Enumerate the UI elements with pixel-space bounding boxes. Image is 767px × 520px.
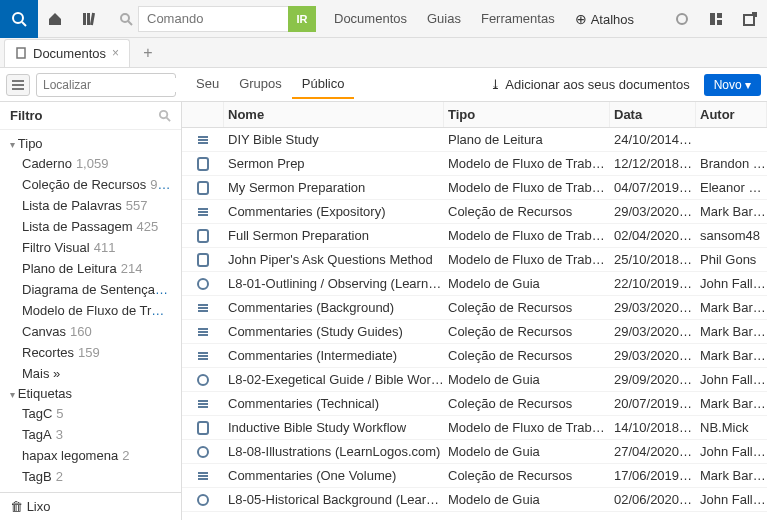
nav-atalhos[interactable]: ⊕Atalhos <box>565 11 644 27</box>
trash-button[interactable]: 🗑 Lixo <box>0 492 181 520</box>
table-row[interactable]: Inductive Bible Study WorkflowModelo de … <box>182 416 767 440</box>
row-icon <box>182 469 224 483</box>
filter-item[interactable]: Plano de Leitura214 <box>0 258 181 279</box>
cell-name: My Sermon Preparation <box>224 180 444 195</box>
row-icon <box>182 301 224 315</box>
table-header: Nome Tipo Data Autor <box>182 102 767 128</box>
scope-publico[interactable]: Público <box>292 70 355 99</box>
table-row[interactable]: L8-08-Illustrations (LearnLogos.com)Mode… <box>182 440 767 464</box>
filter-item[interactable]: Filtro Visual411 <box>0 237 181 258</box>
cell-date: 02/04/2020… <box>610 228 696 243</box>
close-icon[interactable]: × <box>112 46 119 60</box>
layout-icon[interactable] <box>699 0 733 38</box>
filter-item[interactable]: TagA3 <box>0 424 181 445</box>
tab-label: Documentos <box>33 46 106 61</box>
add-tab-button[interactable]: + <box>138 44 158 62</box>
table-row[interactable]: Full Sermon PreparationModelo de Fluxo d… <box>182 224 767 248</box>
app-logo[interactable] <box>0 0 38 38</box>
table-row[interactable]: L8-05-Historical Background (LearnLogo…M… <box>182 488 767 512</box>
table-row[interactable]: Commentaries (Background)Coleção de Recu… <box>182 296 767 320</box>
filter-item[interactable]: Caderno1,059 <box>0 153 181 174</box>
svg-rect-7 <box>710 13 715 25</box>
cell-name: L8-08-Illustrations (LearnLogos.com) <box>224 444 444 459</box>
search-input[interactable] <box>43 78 193 92</box>
col-type[interactable]: Tipo <box>444 102 610 127</box>
filter-item[interactable]: Mais » <box>0 363 181 384</box>
nav-ferramentas[interactable]: Ferramentas <box>471 11 565 26</box>
row-icon <box>182 277 224 291</box>
row-icon <box>182 133 224 147</box>
filter-item[interactable]: Lista de Palavras557 <box>0 195 181 216</box>
nav-guias[interactable]: Guias <box>417 11 471 26</box>
sync-icon[interactable] <box>665 0 699 38</box>
filter-item[interactable]: Coleção de Recursos902 <box>0 174 181 195</box>
trash-label: Lixo <box>27 499 51 514</box>
svg-rect-23 <box>198 214 208 216</box>
cell-date: 02/06/2020… <box>610 492 696 507</box>
filter-item[interactable]: Lista de Passagem425 <box>0 216 181 237</box>
row-icon <box>182 349 224 363</box>
cell-type: Plano de Leitura <box>444 132 610 147</box>
row-icon <box>182 181 224 195</box>
cell-date: 12/12/2018… <box>610 156 696 171</box>
svg-rect-22 <box>198 211 208 213</box>
col-date[interactable]: Data <box>610 102 696 127</box>
table-row[interactable]: Sermon PrepModelo de Fluxo de Trabalho12… <box>182 152 767 176</box>
table-row[interactable]: Commentaries (Expository)Coleção de Recu… <box>182 200 767 224</box>
cell-type: Modelo de Fluxo de Trabalho <box>444 420 610 435</box>
svg-rect-40 <box>198 422 208 434</box>
filter-item[interactable]: Modelo de Fluxo de Tr…184 <box>0 300 181 321</box>
add-to-docs-button[interactable]: ⤓Adicionar aos seus documentos <box>490 77 689 92</box>
filter-item[interactable]: Canvas160 <box>0 321 181 342</box>
svg-rect-44 <box>198 478 208 480</box>
table-row[interactable]: Commentaries (Study Guides)Coleção de Re… <box>182 320 767 344</box>
library-icon[interactable] <box>72 0 106 38</box>
home-icon[interactable] <box>38 0 72 38</box>
cell-name: Inductive Bible Study Workflow <box>224 420 444 435</box>
filter-title: Filtro <box>10 108 43 123</box>
cell-author: sansom48 <box>696 228 767 243</box>
table-row[interactable]: My Sermon PreparationModelo de Fluxo de … <box>182 176 767 200</box>
cell-type: Modelo de Fluxo de Trabalho <box>444 156 610 171</box>
svg-point-5 <box>121 14 129 22</box>
scope-seu[interactable]: Seu <box>186 70 229 99</box>
popout-icon[interactable] <box>733 0 767 38</box>
filter-item[interactable]: hapax legomena2 <box>0 445 181 466</box>
novo-button[interactable]: Novo ▾ <box>704 74 761 96</box>
table-row[interactable]: Commentaries (Intermediate)Coleção de Re… <box>182 344 767 368</box>
filter-group[interactable]: Tipo <box>0 134 181 153</box>
cell-author: Mark Barnes <box>696 468 767 483</box>
cell-name: Commentaries (Background) <box>224 300 444 315</box>
row-icon <box>182 253 224 267</box>
search-icon[interactable] <box>158 109 171 122</box>
go-button[interactable]: IR <box>288 6 316 32</box>
table-body[interactable]: DIY Bible StudyPlano de Leitura24/10/201… <box>182 128 767 520</box>
cell-author: Mark Barnes <box>696 300 767 315</box>
tab-documentos[interactable]: Documentos × <box>4 39 130 67</box>
scope-grupos[interactable]: Grupos <box>229 70 292 99</box>
table-row[interactable]: Commentaries (Technical)Coleção de Recur… <box>182 392 767 416</box>
table-row[interactable]: John Piper's Ask Questions MethodModelo … <box>182 248 767 272</box>
svg-rect-17 <box>198 139 208 141</box>
cell-type: Modelo de Guia <box>444 444 610 459</box>
table-row[interactable]: Commentaries (One Volume)Coleção de Recu… <box>182 464 767 488</box>
filter-group[interactable]: Etiquetas <box>0 384 181 403</box>
filter-item[interactable]: Diagrama de Sentença195 <box>0 279 181 300</box>
table-row[interactable]: L8-01-Outlining / Observing (LearnLogos…… <box>182 272 767 296</box>
row-icon <box>182 397 224 411</box>
cell-date: 17/06/2019… <box>610 468 696 483</box>
table-row[interactable]: L8-02-Exegetical Guide / Bible Word Stud… <box>182 368 767 392</box>
tabbar: Documentos × + <box>0 38 767 68</box>
menu-button[interactable] <box>6 74 30 96</box>
col-author[interactable]: Autor <box>696 102 767 127</box>
nav-documentos[interactable]: Documentos <box>324 11 417 26</box>
col-name[interactable]: Nome <box>224 102 444 127</box>
command-input[interactable] <box>138 6 288 32</box>
cell-type: Modelo de Fluxo de Trabalho <box>444 252 610 267</box>
cell-type: Modelo de Guia <box>444 492 610 507</box>
cell-author: Brandon Hilge <box>696 156 767 171</box>
filter-item[interactable]: TagB2 <box>0 466 181 487</box>
filter-item[interactable]: Recortes159 <box>0 342 181 363</box>
table-row[interactable]: DIY Bible StudyPlano de Leitura24/10/201… <box>182 128 767 152</box>
filter-item[interactable]: TagC5 <box>0 403 181 424</box>
